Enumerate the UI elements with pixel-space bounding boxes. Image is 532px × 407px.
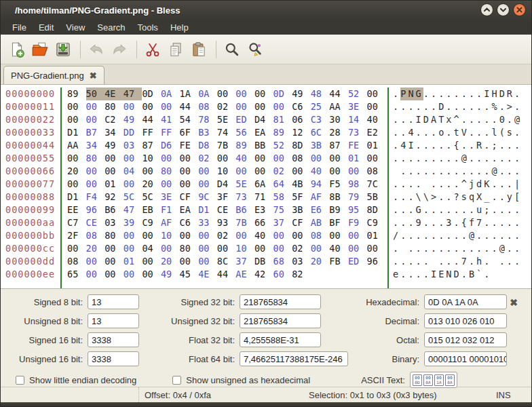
hex-byte[interactable]: 00 xyxy=(142,100,155,113)
ascii-char[interactable]: ^ xyxy=(454,113,461,126)
ascii-char[interactable]: e xyxy=(393,268,400,281)
ascii-char[interactable]: . xyxy=(491,113,499,126)
hex-byte[interactable]: 49 xyxy=(161,268,174,281)
ascii-char[interactable]: . xyxy=(446,152,453,165)
ascii-char[interactable]: . xyxy=(423,126,431,139)
hex-byte[interactable]: 00 xyxy=(254,88,268,100)
unsigned-hex-checkbox[interactable] xyxy=(172,376,181,385)
hex-byte[interactable]: 44 xyxy=(217,268,231,281)
hex-byte[interactable]: 37 xyxy=(235,255,249,268)
ascii-char[interactable]: . xyxy=(514,229,522,242)
ascii-char[interactable]: . xyxy=(469,126,476,139)
ascii-char[interactable]: D xyxy=(454,268,461,281)
hex-byte[interactable]: 00 xyxy=(67,178,81,191)
hex-byte[interactable]: 01 xyxy=(348,152,362,165)
hex-byte[interactable]: 4E xyxy=(104,88,124,100)
ascii-char[interactable]: . xyxy=(393,100,400,113)
ascii-char[interactable]: I xyxy=(484,88,491,100)
binary-field[interactable]: 00001101 00001010 00 xyxy=(424,351,507,366)
hex-byte[interactable]: 00 xyxy=(161,242,174,255)
hex-byte[interactable]: 10 xyxy=(235,242,249,255)
hex-byte[interactable]: 00 xyxy=(86,165,100,178)
ascii-char[interactable]: . xyxy=(491,242,499,255)
ascii-char[interactable]: . xyxy=(423,165,431,178)
ascii-char[interactable]: . xyxy=(514,204,522,216)
ascii-char[interactable]: . xyxy=(484,229,491,242)
hex-byte[interactable]: D8 xyxy=(198,139,212,152)
ascii-char[interactable]: . xyxy=(484,126,491,139)
hex-byte[interactable]: D4 xyxy=(254,113,268,126)
hex-byte[interactable]: 08 xyxy=(67,255,81,268)
ascii-char[interactable]: . xyxy=(507,113,514,126)
ascii-char[interactable]: . xyxy=(454,229,461,242)
ascii-char[interactable]: h xyxy=(476,255,484,268)
close-icon[interactable] xyxy=(513,3,526,16)
ascii-char[interactable]: _ xyxy=(484,191,491,204)
ascii-char[interactable] xyxy=(423,178,431,191)
hex-byte[interactable]: 00 xyxy=(273,242,287,255)
ascii-char[interactable]: . xyxy=(400,268,408,281)
ascii-char[interactable]: . xyxy=(469,204,476,216)
hex-byte[interactable]: 00 xyxy=(198,229,212,242)
ascii-char[interactable]: . xyxy=(507,216,514,229)
ascii-char[interactable]: . xyxy=(438,178,446,191)
ascii-char[interactable]: . xyxy=(499,100,507,113)
ascii-char[interactable]: . xyxy=(438,204,446,216)
ascii-char[interactable]: . xyxy=(393,126,400,139)
hex-byte[interactable]: FE xyxy=(180,139,193,152)
ascii-char[interactable]: . xyxy=(416,126,423,139)
ascii-char[interactable]: \ xyxy=(423,191,431,204)
ascii-char[interactable]: . xyxy=(446,165,453,178)
hex-byte[interactable]: F9 xyxy=(348,216,362,229)
hex-byte[interactable]: C3 xyxy=(311,113,324,126)
hex-byte[interactable]: 4B xyxy=(292,178,305,191)
menu-edit[interactable]: Edit xyxy=(33,21,60,34)
ascii-char[interactable]: . xyxy=(400,229,408,242)
ascii-char[interactable]: . xyxy=(446,191,453,204)
ascii-char[interactable]: . xyxy=(514,100,522,113)
hex-byte[interactable]: 42 xyxy=(254,268,268,281)
ascii-char[interactable]: . xyxy=(408,113,415,126)
hex-byte[interactable]: 33 xyxy=(198,216,212,229)
hex-byte[interactable]: 00 xyxy=(254,100,268,113)
ascii-char[interactable]: . xyxy=(507,255,514,268)
hex-byte[interactable]: 00 xyxy=(311,242,324,255)
hex-byte[interactable]: 20 xyxy=(67,165,81,178)
hex-byte[interactable]: 64 xyxy=(273,178,287,191)
ascii-char[interactable]: D xyxy=(423,113,431,126)
ascii-char[interactable]: I xyxy=(431,268,438,281)
ascii-char[interactable]: . xyxy=(491,191,499,204)
ascii-char[interactable]: . xyxy=(507,229,514,242)
hex-byte[interactable]: DB xyxy=(254,255,268,268)
hex-byte[interactable]: 47 xyxy=(124,204,137,216)
ascii-char[interactable]: . xyxy=(491,229,499,242)
float-64-bit-field[interactable]: 7,46625117388175E-246 xyxy=(240,351,348,366)
ascii-char[interactable] xyxy=(431,255,438,268)
hex-byte[interactable]: 52 xyxy=(348,88,362,100)
ascii-char[interactable]: . xyxy=(461,113,469,126)
hex-byte[interactable]: 39 xyxy=(124,216,137,229)
hex-byte[interactable]: 00 xyxy=(329,165,343,178)
hex-byte[interactable]: 00 xyxy=(273,100,287,113)
hex-byte[interactable]: CE xyxy=(217,204,231,216)
hex-byte[interactable]: 00 xyxy=(180,165,193,178)
ascii-char[interactable]: . xyxy=(446,126,453,139)
unsigned-32-bit-field[interactable]: 218765834 xyxy=(240,313,321,328)
ascii-char[interactable]: . xyxy=(484,100,491,113)
hex-byte[interactable]: 02 xyxy=(273,165,287,178)
ascii-char[interactable]: > xyxy=(507,100,514,113)
hex-byte[interactable]: 50 xyxy=(86,88,105,100)
ascii-char[interactable]: 9 xyxy=(416,216,423,229)
ascii-char[interactable]: 7 xyxy=(476,216,484,229)
hex-byte[interactable]: 0D xyxy=(142,88,155,100)
ascii-char[interactable]: . xyxy=(408,100,415,113)
ascii-char[interactable]: . xyxy=(400,204,408,216)
ascii-char[interactable]: . xyxy=(499,191,507,204)
hex-byte[interactable]: AA xyxy=(67,139,81,152)
hex-byte[interactable]: 03 xyxy=(104,216,118,229)
hex-byte[interactable]: 00 xyxy=(86,113,100,126)
hex-byte[interactable]: 8D xyxy=(367,204,381,216)
hex-byte[interactable]: 02 xyxy=(217,100,231,113)
hex-byte[interactable]: 04 xyxy=(124,165,137,178)
ascii-char[interactable]: . xyxy=(431,139,438,152)
